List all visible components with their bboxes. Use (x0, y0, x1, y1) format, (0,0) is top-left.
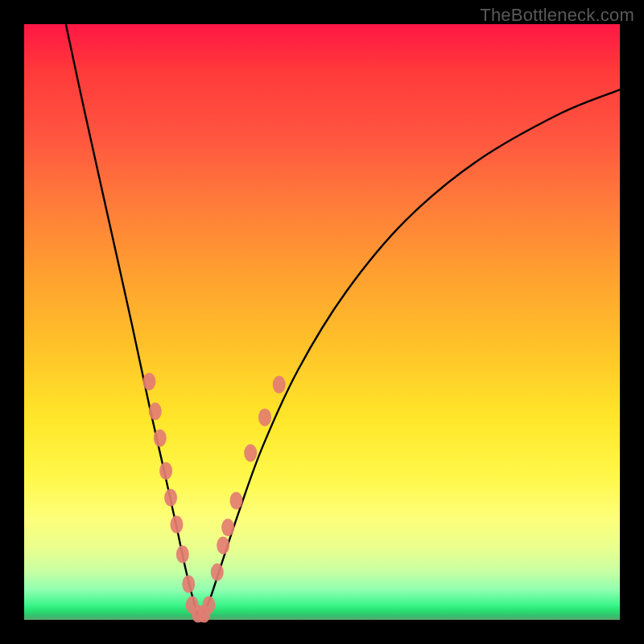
plot-area (24, 24, 620, 620)
chart-frame: TheBottleneck.com (0, 0, 644, 644)
watermark-text: TheBottleneck.com (480, 5, 634, 26)
data-marker (211, 564, 224, 581)
data-marker (176, 546, 189, 564)
data-marker (154, 429, 167, 447)
data-marker (258, 408, 271, 426)
data-marker (149, 402, 162, 420)
data-marker (164, 489, 177, 506)
data-marker (221, 518, 234, 536)
data-marker (244, 444, 257, 462)
data-marker (170, 516, 183, 534)
data-marker (182, 576, 195, 593)
data-marker (202, 597, 215, 614)
data-marker (273, 376, 286, 394)
data-marker (159, 462, 172, 480)
data-marker (217, 537, 229, 555)
data-marker (142, 373, 155, 390)
chart-svg (24, 24, 620, 620)
bottleneck-curve (66, 24, 620, 617)
data-marker (229, 492, 242, 510)
